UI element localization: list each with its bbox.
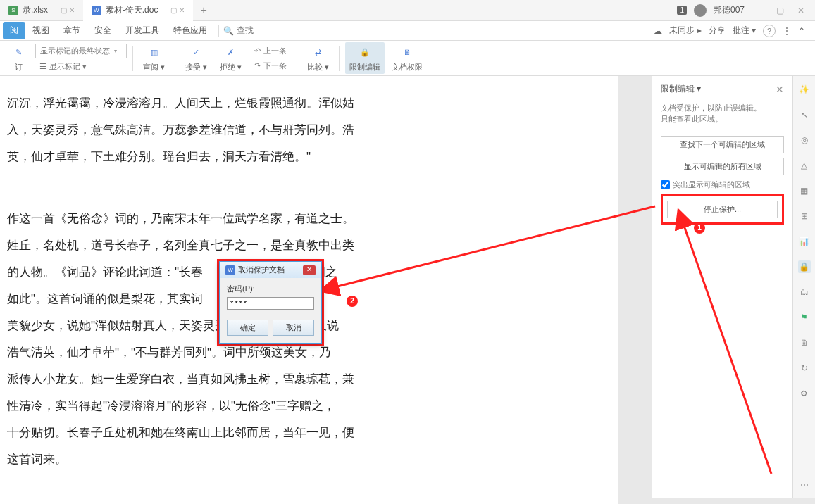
triangle-icon[interactable]: △ [798, 159, 811, 172]
menu-special[interactable]: 特色应用 [166, 22, 214, 39]
gear-icon[interactable]: ⚙ [798, 387, 811, 400]
apps-icon[interactable]: ⊞ [798, 210, 811, 222]
minimize-button[interactable]: — [752, 4, 766, 18]
pane-icon: ▥ [146, 44, 163, 61]
doc-permissions-button[interactable]: 🗎文档权限 [387, 42, 427, 74]
doc-line: 十分贴切。长春子丘处机和她在终南山上比邻而居，当年一见，便 [7, 420, 611, 446]
menu-safety[interactable]: 安全 [87, 22, 118, 39]
dialog-close-button[interactable]: ✕ [303, 265, 316, 275]
highlight-regions-checkbox[interactable]: 突出显示可编辑的区域 [661, 179, 784, 190]
show-marks-dropdown[interactable]: ☰显示标记 ▾ [35, 60, 127, 73]
accept-icon: ✓ [188, 44, 205, 61]
show-marks-icon: ☰ [39, 62, 46, 71]
sync-status[interactable]: 未同步 ▸ [669, 25, 701, 37]
doc-icon[interactable]: 🗎 [798, 336, 811, 349]
annotation-badge-1: 1 [694, 222, 705, 234]
menu-devtools[interactable]: 开发工具 [118, 22, 166, 39]
tab-label: 素材-倚天.doc [106, 4, 158, 16]
help-icon[interactable]: ? [763, 25, 776, 37]
annotate-link[interactable]: 批注 ▾ [733, 25, 756, 37]
more-icon[interactable]: ⋮ [783, 26, 791, 36]
menu-chapter[interactable]: 章节 [56, 22, 87, 39]
doc-line: 英，仙才卓荦，下土难分别。瑶台归去，洞天方看清绝。" [7, 144, 611, 170]
next-icon: ↷ [254, 61, 261, 70]
panel-title: 限制编辑 ▾ [661, 83, 701, 95]
tab-xlsx[interactable]: S 录.xlsx ▢ ✕ [0, 0, 83, 21]
stop-protection-highlight: 停止保护... [661, 194, 784, 225]
doc-line: 作这一首《无俗念》词的，乃南宋末年一位武学名家，有道之士。 [7, 206, 611, 232]
compare-icon: ⇄ [310, 44, 327, 61]
chart-icon[interactable]: 📊 [798, 235, 811, 248]
maximize-button[interactable]: ▢ [773, 4, 787, 18]
restrict-editing-button[interactable]: 🔒限制编辑 [345, 42, 385, 74]
accept-button[interactable]: ✓接受 ▾ [181, 42, 211, 74]
separator [175, 46, 175, 71]
track-changes-button[interactable]: ✎ 订 [6, 42, 31, 74]
cancel-button[interactable]: 取消 [273, 320, 314, 336]
compare-button[interactable]: ⇄比较 ▾ [303, 42, 333, 74]
dialog-titlebar[interactable]: W取消保护文档 ✕ [220, 262, 321, 278]
ribbon: ✎ 订 显示标记的最终状态▾ ☰显示标记 ▾ ▥审阅 ▾ ✓接受 ▾ ✗拒绝 ▾… [0, 41, 815, 76]
stop-protection-button[interactable]: 停止保护... [667, 201, 778, 218]
right-toolbar: ✨ ↖ ◎ △ ▦ ⊞ 📊 🔒 🗂 ⚑ 🗎 ↻ ⚙ ⋯ [792, 76, 815, 498]
show-all-regions-button[interactable]: 显示可编辑的所有区域 [661, 158, 784, 175]
markup-dropdown[interactable]: 显示标记的最终状态▾ [35, 44, 127, 58]
tab-controls: ▢ ✕ [61, 6, 75, 14]
separator [297, 46, 297, 71]
target-icon[interactable]: ◎ [798, 134, 811, 146]
unprotect-dialog: W取消保护文档 ✕ 密码(P): 确定 取消 [219, 261, 322, 344]
new-tab-button[interactable]: + [193, 4, 214, 17]
reject-button[interactable]: ✗拒绝 ▾ [216, 42, 246, 74]
find-next-region-button[interactable]: 查找下一个可编辑的区域 [661, 136, 784, 153]
tab-bar: S 录.xlsx ▢ ✕ W 素材-倚天.doc ▢ ✕ + 1 邦德007 —… [0, 0, 815, 21]
tab-controls: ▢ ✕ [170, 6, 185, 14]
menu-bar: 阅 视图 章节 安全 开发工具 特色应用 🔍查找 ☁ 未同步 ▸ 分享 批注 ▾… [0, 21, 815, 41]
annotation-badge-2: 2 [347, 296, 358, 307]
stability-badge: 1 [677, 6, 687, 15]
cursor-icon[interactable]: ↖ [798, 108, 811, 121]
next-change-button[interactable]: ↷下一条 [250, 59, 291, 73]
menu-review[interactable]: 阅 [3, 22, 25, 39]
avatar[interactable] [694, 4, 707, 17]
ribbon-tracking: ✎ 订 显示标记的最终状态▾ ☰显示标记 ▾ [6, 42, 127, 74]
prev-change-button[interactable]: ↶上一条 [250, 44, 291, 58]
wand-icon[interactable]: ✨ [798, 83, 811, 96]
dialog-title: 取消保护文档 [238, 265, 285, 275]
share-link[interactable]: 分享 [709, 25, 726, 37]
track-icon: ✎ [10, 44, 27, 61]
menu-search[interactable]: 🔍查找 [223, 25, 254, 37]
panel-close-button[interactable]: ✕ [776, 84, 784, 95]
user-area: 1 邦德007 — ▢ ✕ [677, 4, 815, 18]
separator [132, 46, 133, 71]
menu-view[interactable]: 视图 [25, 22, 56, 39]
search-icon: 🔍 [223, 26, 234, 36]
reject-icon: ✗ [223, 44, 239, 61]
header-actions: ☁ 未同步 ▸ 分享 批注 ▾ ? ⋮ ⌃ [654, 25, 812, 37]
doc-line: 派传人小龙女。她一生爱穿白衣，当真如风拂玉树，雪裹琼苞，兼 [7, 366, 611, 393]
grid-icon[interactable]: ▦ [798, 184, 811, 197]
folder-icon[interactable]: 🗂 [798, 286, 811, 298]
password-label: 密码(P): [227, 284, 314, 294]
restrict-editing-panel: 限制编辑 ▾ ✕ 文档受保护，以防止误编辑。 只能查看此区域。 查找下一个可编辑… [652, 76, 792, 498]
password-input[interactable] [227, 297, 314, 310]
doc-line: 入，天姿灵秀，意气殊高洁。万蕊参差谁信道，不与群芳同列。浩 [7, 117, 611, 144]
ok-button[interactable]: 确定 [227, 320, 268, 336]
more-icon[interactable]: ⋯ [798, 479, 811, 491]
panel-description: 文档受保护，以防止误编辑。 只能查看此区域。 [661, 102, 784, 125]
tab-doc[interactable]: W 素材-倚天.doc ▢ ✕ [83, 0, 193, 21]
tab-label: 录.xlsx [23, 4, 48, 16]
prev-icon: ↶ [254, 46, 261, 56]
doc-line: 这首词来。 [7, 446, 611, 473]
flag-icon[interactable]: ⚑ [798, 311, 811, 324]
chevron-icon[interactable]: ⌃ [798, 26, 805, 36]
doc-icon: W [225, 265, 235, 275]
dialog-highlight: W取消保护文档 ✕ 密码(P): 确定 取消 [217, 259, 324, 346]
doc-line: 姓丘，名处机，道号长春子，名列全真七子之一，是全真教中出类 [7, 232, 611, 259]
refresh-icon[interactable]: ↻ [798, 362, 811, 374]
close-button[interactable]: ✕ [794, 4, 808, 18]
cloud-icon: ☁ [654, 26, 662, 36]
highlight-checkbox-input[interactable] [661, 180, 670, 189]
separator [339, 46, 340, 71]
review-pane-button[interactable]: ▥审阅 ▾ [139, 42, 169, 74]
lock-icon[interactable]: 🔒 [798, 260, 811, 273]
